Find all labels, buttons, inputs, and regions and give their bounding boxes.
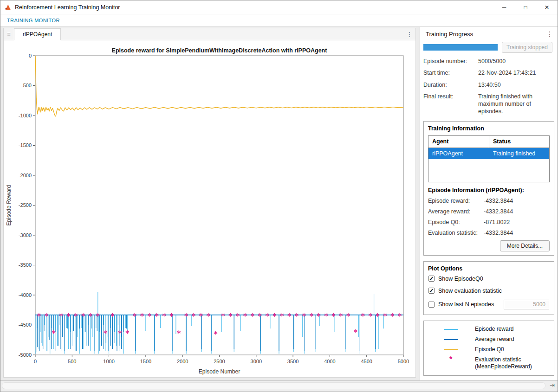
ribbon-tabs: TRAINING MONITOR — [0, 14, 558, 27]
more-details-button[interactable]: More Details... — [500, 240, 550, 251]
chart-document: ≡ rlPPOAgent ⋮ 0500100015002000250030003… — [3, 28, 416, 378]
svg-text:0: 0 — [34, 359, 37, 364]
matlab-icon — [4, 4, 12, 11]
checkbox-show-last-n-episodes[interactable]: Show last N episodes — [428, 300, 549, 309]
column-agent: Agent — [428, 136, 489, 148]
field-final-result: Final result: Training finished with max… — [423, 93, 553, 116]
progress-fields: Episode number: 5000/5000 Start time: 22… — [420, 55, 558, 116]
training-information-title: Training Information — [428, 125, 550, 132]
svg-text:-1000: -1000 — [19, 113, 32, 118]
training-progress-header: Training Progress ⋮ — [420, 27, 558, 41]
svg-text:-5000: -5000 — [19, 352, 32, 358]
progress-fill — [423, 44, 498, 51]
agents-table-header: Agent Status — [428, 136, 549, 148]
legend-item-episode-reward: Episode reward — [427, 326, 551, 333]
svg-text:3500: 3500 — [287, 359, 298, 364]
main-area: ≡ rlPPOAgent ⋮ 0500100015002000250030003… — [0, 27, 558, 380]
close-button[interactable]: ✕ — [536, 0, 558, 14]
training-progress-bar — [423, 44, 498, 51]
svg-text:4500: 4500 — [361, 359, 372, 364]
svg-text:-2000: -2000 — [19, 173, 32, 178]
checkbox-icon[interactable] — [428, 276, 435, 282]
checkbox-show-evaluation-statistic[interactable]: Show evaluation statistic — [428, 288, 549, 294]
average-reward-line-swatch — [444, 339, 458, 340]
training-progress-panel: Training Progress ⋮ Training stopped Epi… — [420, 27, 558, 380]
svg-text:Episode Number: Episode Number — [199, 368, 240, 375]
svg-text:-500: -500 — [21, 83, 32, 88]
horizontal-scrollbar[interactable] — [2, 382, 545, 389]
field-start-time: Start time: 22-Nov-2024 17:43:21 — [423, 69, 553, 77]
legend-item-evaluation-statistic: * Evaluation statistic (MeanEpisodeRewar… — [427, 356, 551, 371]
field-duration: Duration: 13:40:50 — [423, 81, 553, 89]
episode-information-title: Episode Information (rlPPOAgent): — [428, 187, 550, 193]
last-n-episodes-input[interactable] — [504, 300, 549, 309]
agent-row[interactable]: rlPPOAgent Training finished — [428, 148, 549, 159]
svg-text:-1500: -1500 — [19, 142, 32, 148]
tab-training-monitor[interactable]: TRAINING MONITOR — [0, 18, 66, 23]
chart-legend: Episode reward Average reward Episode Q0… — [423, 321, 554, 376]
svg-text:-3000: -3000 — [19, 232, 32, 238]
svg-text:3000: 3000 — [251, 359, 262, 364]
plot-options-panel: Plot Options Show EpisodeQ0 Show evaluat… — [423, 261, 554, 315]
title-bar: Reinforcement Learning Training Monitor … — [0, 0, 558, 14]
svg-text:2500: 2500 — [214, 359, 225, 364]
chart-panel: 0500100015002000250030003500400045005000… — [4, 40, 415, 377]
progress-menu-icon[interactable]: ⋮ — [545, 30, 554, 38]
checkbox-icon[interactable] — [428, 302, 435, 308]
statusbar-expand-icon[interactable]: ⇥ — [550, 382, 555, 389]
document-tab-bar: ≡ rlPPOAgent ⋮ — [4, 28, 415, 40]
svg-text:1000: 1000 — [103, 359, 114, 364]
training-information-panel: Training Information Agent Status rlPPOA… — [423, 121, 554, 256]
field-evaluation-statistic: Evaluation statistic: -4332.3844 — [428, 230, 550, 236]
tab-label: rlPPOAgent — [23, 31, 52, 38]
plot-options-title: Plot Options — [428, 265, 550, 272]
agents-table: Agent Status rlPPOAgent Training finishe… — [428, 135, 550, 182]
svg-text:-2500: -2500 — [19, 202, 32, 208]
app-window: Reinforcement Learning Training Monitor … — [0, 0, 558, 392]
svg-text:500: 500 — [68, 359, 76, 364]
training-stopped-button[interactable]: Training stopped — [502, 42, 552, 53]
svg-text:1500: 1500 — [140, 359, 151, 364]
svg-text:Episode reward for SimplePendl: Episode reward for SimplePendlumWithImag… — [112, 47, 328, 54]
svg-text:-4000: -4000 — [19, 292, 32, 298]
status-bar: ⇥ — [0, 380, 558, 391]
maximize-button[interactable]: □ — [515, 0, 536, 14]
agent-name-cell: rlPPOAgent — [428, 148, 489, 159]
episode-reward-line-swatch — [444, 329, 458, 330]
training-chart: 0500100015002000250030003500400045005000… — [4, 40, 415, 377]
svg-text:-4500: -4500 — [19, 322, 32, 328]
chart-menu-icon[interactable]: ⋮ — [403, 31, 415, 38]
svg-text:-3500: -3500 — [19, 262, 32, 268]
svg-text:5000: 5000 — [398, 359, 409, 364]
agent-status-cell: Training finished — [489, 148, 549, 159]
minimize-button[interactable]: ─ — [493, 0, 515, 14]
window-controls: ─ □ ✕ — [493, 0, 558, 14]
legend-item-episode-q0: Episode Q0 — [427, 346, 551, 353]
field-episode-q0: Episode Q0: -871.8022 — [428, 219, 550, 225]
field-episode-reward: Episode reward: -4332.3844 — [428, 198, 550, 204]
svg-text:Episode Reward: Episode Reward — [6, 185, 12, 225]
svg-text:2000: 2000 — [177, 359, 188, 364]
training-progress-title: Training Progress — [426, 31, 473, 38]
tab-list-icon[interactable]: ≡ — [4, 31, 14, 38]
episode-q0-line-swatch — [444, 349, 458, 350]
progress-row: Training stopped — [420, 41, 558, 55]
svg-text:4000: 4000 — [324, 359, 335, 364]
column-status: Status — [489, 136, 549, 148]
window-title: Reinforcement Learning Training Monitor — [15, 4, 120, 11]
field-average-reward: Average reward: -4332.3844 — [428, 208, 550, 215]
asterisk-marker-icon: * — [449, 356, 452, 363]
checkbox-icon[interactable] — [428, 288, 435, 294]
tab-rlppoagent[interactable]: rlPPOAgent — [14, 28, 61, 40]
checkbox-show-episodeq0[interactable]: Show EpisodeQ0 — [428, 276, 549, 282]
legend-item-average-reward: Average reward — [427, 336, 551, 343]
field-episode-number: Episode number: 5000/5000 — [423, 58, 553, 65]
svg-text:0: 0 — [29, 53, 32, 58]
